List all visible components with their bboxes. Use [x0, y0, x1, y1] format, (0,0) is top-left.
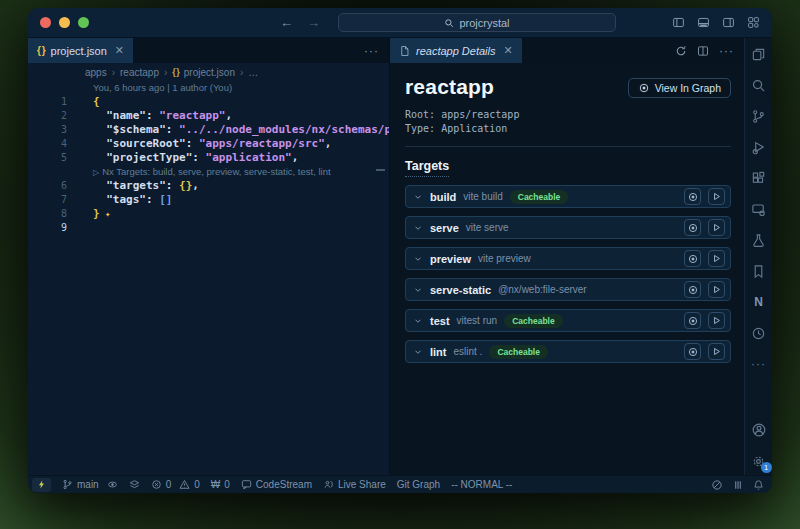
sync-status-icon[interactable] [107, 479, 118, 490]
view-target-config-button[interactable] [684, 188, 701, 205]
navigate-back-button[interactable]: ← [280, 15, 293, 30]
line-number: 9 [28, 221, 80, 235]
run-codelens-icon[interactable]: ▷ [93, 168, 99, 177]
close-window-button[interactable] [40, 17, 51, 28]
run-target-button[interactable] [708, 312, 725, 329]
code-text[interactable]: "targets": {}, [80, 179, 199, 193]
gitlens-blame[interactable]: You, 6 hours ago | 1 author (You) [80, 81, 232, 95]
refresh-icon[interactable] [675, 45, 687, 57]
split-editor-icon[interactable] [697, 45, 709, 57]
nx-console-icon[interactable]: N [750, 294, 768, 310]
navigate-forward-button[interactable]: → [307, 15, 320, 30]
nx-targets-codelens[interactable]: ▷Nx Targets: build, serve, preview, serv… [80, 165, 331, 179]
view-target-config-button[interactable] [684, 312, 701, 329]
close-tab-icon[interactable]: ✕ [115, 44, 124, 57]
settings-gear-icon[interactable]: 1 [750, 453, 768, 469]
tab-project-json[interactable]: { } project.json ✕ [28, 38, 133, 63]
toggle-sidebar-left-icon[interactable] [672, 16, 685, 29]
command-center-search[interactable]: projcrystal [338, 13, 616, 32]
project-root-value: apps/reactapp [441, 109, 519, 120]
expand-target-button[interactable] [413, 254, 423, 264]
code-text[interactable]: "$schema": "../../node_modules/nx/schema… [80, 123, 389, 137]
close-tab-icon[interactable]: ✕ [504, 44, 513, 57]
target-row[interactable]: serve-static@nx/web:file-server [405, 278, 731, 301]
source-control-icon[interactable] [750, 108, 768, 124]
code-text[interactable]: "projectType": "application", [80, 151, 298, 165]
counter-status[interactable]: ₩ 0 [211, 479, 230, 490]
view-target-config-button[interactable] [684, 343, 701, 360]
remote-indicator[interactable] [32, 478, 51, 492]
extensions-icon[interactable] [750, 170, 768, 186]
git-graph-status[interactable]: Git Graph [397, 479, 440, 490]
copilot-status-icon[interactable] [711, 479, 723, 491]
clock-icon[interactable] [750, 325, 768, 341]
breadcrumb-item[interactable]: … [248, 67, 258, 78]
more-actions-icon[interactable]: ··· [364, 44, 379, 58]
code-text[interactable]: { [80, 95, 100, 109]
minimize-window-button[interactable] [59, 17, 70, 28]
code-editor[interactable]: You, 6 hours ago | 1 author (You) 1{2 "n… [28, 81, 389, 475]
customize-layout-icon[interactable] [747, 16, 760, 29]
testing-beaker-icon[interactable] [750, 232, 768, 248]
scrollbar-thumb[interactable] [376, 169, 385, 171]
search-icon[interactable] [750, 77, 768, 93]
explorer-icon[interactable] [750, 46, 768, 62]
target-row[interactable]: servevite serve [405, 216, 731, 239]
target-row[interactable]: linteslint .Cacheable [405, 340, 731, 363]
target-name: lint [430, 346, 447, 358]
vim-mode-indicator[interactable]: -- NORMAL -- [451, 479, 512, 490]
run-target-button[interactable] [708, 188, 725, 205]
run-target-button[interactable] [708, 219, 725, 236]
code-line: 4 "sourceRoot": "apps/reactapp/src", [28, 137, 389, 151]
view-target-config-button[interactable] [684, 281, 701, 298]
live-share-status[interactable]: Live Share [323, 479, 386, 490]
sparkle-icon: ✦ [100, 209, 111, 219]
remote-explorer-icon[interactable] [750, 201, 768, 217]
targets-heading: Targets [405, 159, 449, 177]
line-number [28, 165, 80, 179]
expand-target-button[interactable] [413, 223, 423, 233]
breadcrumb[interactable]: apps › reactapp › { } project.json › … [28, 63, 389, 81]
run-target-button[interactable] [708, 250, 725, 267]
target-row[interactable]: buildvite buildCacheable [405, 185, 731, 208]
toggle-panel-bottom-icon[interactable] [697, 16, 710, 29]
code-line: 6 "targets": {}, [28, 179, 389, 193]
breadcrumb-item[interactable]: apps [85, 67, 107, 78]
line-number: 5 [28, 151, 80, 165]
account-icon[interactable] [750, 422, 768, 438]
git-branch-status[interactable]: main [62, 479, 140, 490]
code-text[interactable]: } ✦ [80, 207, 110, 221]
view-in-graph-button[interactable]: View In Graph [628, 78, 731, 98]
target-row[interactable]: testvitest runCacheable [405, 309, 731, 332]
run-target-button[interactable] [708, 281, 725, 298]
problems-status[interactable]: 0 0 [151, 479, 200, 490]
breadcrumb-item[interactable]: reactapp [120, 67, 159, 78]
code-text[interactable]: "sourceRoot": "apps/reactapp/src", [80, 137, 331, 151]
expand-target-button[interactable] [413, 347, 423, 357]
run-debug-icon[interactable] [750, 139, 768, 155]
target-command: vite build [463, 191, 502, 202]
tab-reactapp-details[interactable]: reactapp Details ✕ [390, 38, 522, 63]
toggle-sidebar-right-icon[interactable] [722, 16, 735, 29]
more-actions-icon[interactable]: ··· [719, 44, 734, 58]
maximize-window-button[interactable] [78, 17, 89, 28]
gitlens-layers-icon[interactable] [129, 479, 140, 490]
warning-count: 0 [194, 479, 200, 490]
bookmarks-icon[interactable] [750, 263, 768, 279]
editor-layout-status-icon[interactable] [732, 479, 744, 491]
view-target-config-button[interactable] [684, 219, 701, 236]
target-row[interactable]: previewvite preview [405, 247, 731, 270]
expand-target-button[interactable] [413, 316, 423, 326]
code-text[interactable]: "tags": [] [80, 193, 173, 207]
run-target-button[interactable] [708, 343, 725, 360]
codestream-status[interactable]: CodeStream [241, 479, 312, 490]
code-text[interactable]: "name": "reactapp", [80, 109, 232, 123]
notifications-bell-icon[interactable] [753, 479, 764, 491]
target-name: preview [430, 253, 471, 265]
code-text[interactable] [80, 221, 93, 235]
expand-target-button[interactable] [413, 285, 423, 295]
more-views-icon[interactable]: ··· [750, 356, 768, 372]
breadcrumb-item[interactable]: project.json [184, 67, 235, 78]
view-target-config-button[interactable] [684, 250, 701, 267]
expand-target-button[interactable] [413, 192, 423, 202]
